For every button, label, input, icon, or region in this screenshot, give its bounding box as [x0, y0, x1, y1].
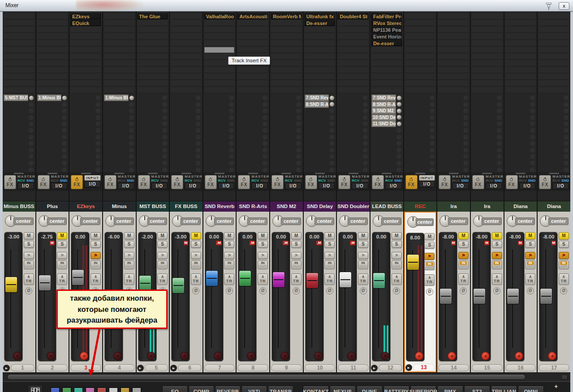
fx-slot-empty[interactable] — [472, 81, 502, 86]
fx-slot-empty[interactable] — [237, 27, 268, 33]
trim-button[interactable]: ∧TR — [358, 273, 368, 285]
phase-button[interactable]: Ø — [426, 288, 433, 295]
monitor-button[interactable]: INOUT — [559, 260, 569, 269]
fx-slot-empty[interactable] — [505, 40, 536, 46]
trim-button[interactable]: ∧TR — [525, 273, 535, 285]
fader-handle[interactable] — [540, 289, 552, 304]
track-number[interactable]: 6 — [178, 364, 202, 371]
color-swatch-2[interactable] — [62, 387, 72, 392]
monitor-button[interactable]: INOUT — [525, 260, 535, 269]
fx-slot-empty[interactable] — [171, 74, 201, 80]
send-slot[interactable]: 8:SND R-Art — [371, 101, 396, 108]
color-swatch-6[interactable] — [108, 387, 118, 392]
color-swatch-4[interactable] — [85, 387, 95, 392]
fx-resize-grip[interactable] — [148, 173, 158, 174]
record-indicator[interactable]: o — [281, 352, 289, 360]
fx-slot-empty[interactable] — [472, 40, 502, 46]
fx-slot-empty[interactable] — [271, 20, 302, 26]
mute-button[interactable]: M — [458, 232, 469, 239]
recarm-button[interactable]: ⚑ — [424, 253, 435, 260]
fx-slot-empty[interactable] — [204, 74, 235, 80]
fx-slot-empty[interactable] — [305, 40, 335, 46]
track-number[interactable]: 8 — [237, 364, 268, 371]
fx-slot-empty[interactable] — [505, 20, 536, 26]
fx-resize-grip[interactable] — [248, 173, 258, 174]
fx-slot-empty[interactable] — [405, 20, 435, 26]
fx-slot-empty[interactable] — [4, 27, 34, 33]
io-button[interactable]: I/O — [285, 183, 302, 189]
send-knob[interactable] — [396, 95, 402, 101]
fx-slot-empty[interactable] — [237, 87, 268, 93]
fader-track[interactable]: -8.00Ma — [506, 232, 524, 361]
fx-slot-empty[interactable] — [37, 60, 68, 66]
fx-slot-empty[interactable] — [405, 87, 435, 93]
track-name[interactable]: SND Reverb — [203, 201, 236, 212]
fx-slot-empty[interactable] — [539, 74, 569, 80]
fx-slot-empty[interactable] — [237, 74, 268, 80]
fx-slot-empty[interactable] — [204, 87, 235, 93]
monitor-button[interactable]: INOUT — [492, 260, 502, 269]
io-button[interactable]: I/O — [118, 183, 134, 189]
solo-button[interactable]: S — [291, 241, 302, 248]
fx-bypass-button[interactable]: FX — [171, 175, 183, 189]
fx-slot-empty[interactable] — [104, 47, 134, 53]
fader-track[interactable]: -3.00o — [4, 232, 22, 361]
dock-button-transp[interactable]: TRANSP — [268, 386, 293, 392]
fx-slot[interactable]: RVox Stereo — [371, 20, 402, 26]
fx-resize-grip[interactable] — [516, 173, 526, 174]
monitor-button[interactable]: INOUT — [24, 260, 34, 269]
record-indicator[interactable]: o — [147, 352, 155, 360]
fx-slot-empty[interactable] — [438, 34, 469, 39]
fx-slot[interactable]: Event Horizon — [371, 34, 402, 39]
fx-resize-grip[interactable] — [47, 173, 57, 174]
track-number[interactable]: 5 — [145, 364, 168, 371]
fx-slot-empty[interactable] — [37, 81, 68, 86]
fx-resize-grip[interactable] — [382, 173, 392, 174]
fx-slot-empty[interactable] — [70, 34, 101, 39]
fx-slot-empty[interactable] — [138, 34, 168, 39]
fx-slot-empty[interactable] — [539, 27, 569, 33]
send-knob[interactable] — [129, 95, 134, 101]
solo-button[interactable]: S — [559, 241, 569, 248]
track-name[interactable]: Ira — [437, 201, 470, 212]
trim-button[interactable]: ∧TR — [392, 273, 402, 285]
fx-slot-empty[interactable] — [37, 20, 68, 26]
fx-slot-empty[interactable] — [271, 40, 302, 46]
fader-handle[interactable] — [39, 275, 51, 290]
record-indicator[interactable]: a — [515, 352, 523, 360]
send-knob[interactable] — [396, 121, 402, 127]
fx-slot-empty[interactable] — [171, 47, 201, 53]
fader-track[interactable]: 0.00.Mo — [238, 232, 256, 361]
fx-slot-empty[interactable] — [405, 67, 435, 73]
send-slot[interactable]: 7:SND Reve — [371, 94, 396, 101]
fx-slot-empty[interactable] — [4, 81, 34, 86]
fx-slot-empty[interactable] — [104, 67, 134, 73]
fx-slot-empty[interactable] — [171, 67, 201, 73]
fx-slot-empty[interactable] — [171, 60, 201, 66]
fader-track[interactable]: 0.00.Mo — [339, 232, 357, 361]
solo-button[interactable]: S — [224, 241, 234, 248]
fader-track[interactable]: -8.00Ma — [439, 232, 457, 361]
fx-slot-empty[interactable] — [539, 47, 569, 53]
fx-slot-empty[interactable] — [271, 27, 302, 33]
fx-slot-empty[interactable] — [305, 34, 335, 39]
monitor-button[interactable]: INOUT — [191, 260, 201, 269]
track-name[interactable]: MST BUSS — [137, 201, 169, 212]
record-indicator[interactable]: o — [114, 352, 121, 360]
fx-slot-empty[interactable] — [472, 34, 502, 39]
monitor-button[interactable]: INOUT — [124, 260, 134, 269]
fx-slot-empty[interactable] — [237, 47, 268, 53]
fx-slot[interactable]: ArtsAcoustic R — [237, 13, 268, 19]
dock-button-battery[interactable]: BATTERY — [383, 386, 409, 392]
track-number[interactable]: 3 — [70, 364, 101, 371]
monitor-button[interactable]: INOUT — [392, 260, 402, 269]
fx-slot-empty[interactable] — [104, 27, 134, 33]
fx-slot-empty[interactable] — [371, 87, 402, 93]
recarm-button[interactable]: ⚑ — [224, 252, 234, 259]
track-name[interactable]: SND Doubler — [337, 201, 370, 212]
fx-slot-empty[interactable] — [305, 74, 335, 80]
fx-slot-empty[interactable] — [171, 34, 201, 39]
phase-button[interactable]: Ø — [226, 287, 233, 294]
fx-resize-grip[interactable] — [549, 173, 559, 174]
track-number[interactable]: 2 — [37, 364, 68, 371]
